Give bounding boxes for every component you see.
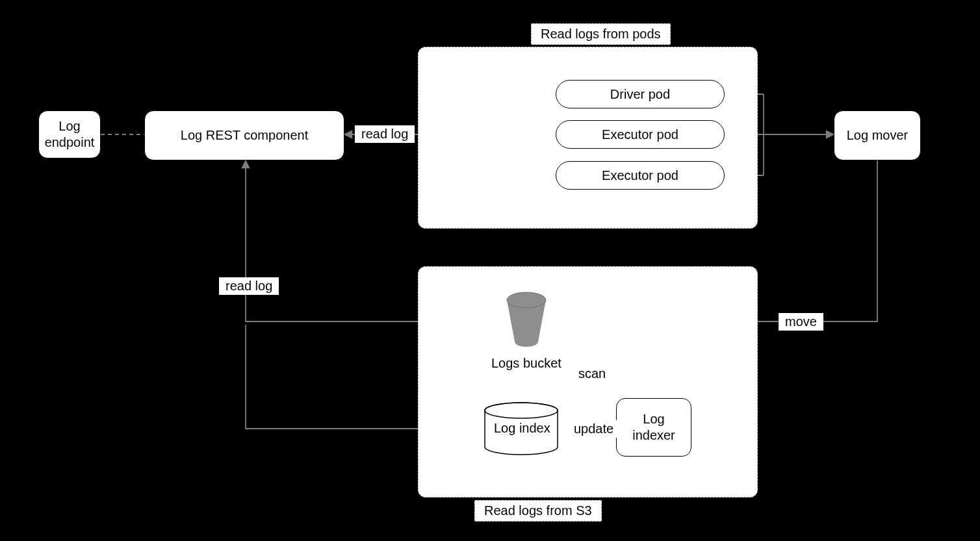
node-log-rest: Log REST component	[144, 110, 344, 160]
edge-label-scan: scan	[572, 365, 612, 383]
node-log-indexer: Log indexer	[616, 398, 691, 457]
bucket-label: Logs bucket	[491, 356, 561, 371]
edge-label-update: update	[567, 420, 620, 438]
edge-label-move: move	[779, 313, 823, 331]
diagram-stage: Read logs from pods Read logs from S3 Lo…	[0, 0, 980, 541]
node-executor-pod-2: Executor pod	[556, 161, 725, 190]
node-log-endpoint: Log endpoint	[38, 110, 101, 158]
group-s3-title: Read logs from S3	[474, 500, 602, 522]
cylinder-label: Log index	[494, 421, 550, 436]
group-pods-title: Read logs from pods	[531, 23, 671, 45]
edge-label-read-log-top: read log	[355, 125, 415, 143]
node-driver-pod: Driver pod	[556, 80, 725, 108]
bucket-icon	[504, 291, 549, 348]
node-executor-pod-1: Executor pod	[556, 120, 725, 149]
edge-label-read-log-left: read log	[219, 277, 279, 295]
node-log-mover: Log mover	[834, 110, 921, 160]
